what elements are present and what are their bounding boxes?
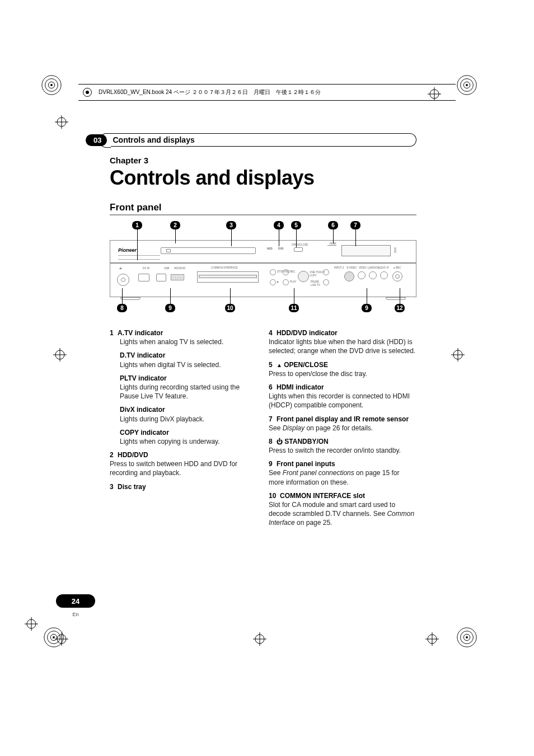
eject-icon: ▲ [277, 361, 282, 369]
chapter-title: Controls and displays [110, 166, 416, 190]
rec-button-large [392, 271, 402, 281]
openclose-button [294, 247, 303, 252]
book-header-text: DVRLX60D_WV_EN.book 24 ページ ２００７年３月２６日 月曜… [99, 88, 321, 96]
item-desc: Lights during recording started using th… [120, 383, 257, 401]
front-panel-diagram: 1 2 3 4 5 6 7 Pioneer HDD DVD OPEN/CLOSE… [110, 221, 416, 316]
display-window [341, 245, 391, 256]
callout-bottom: 9 [165, 304, 175, 312]
livetv-button [323, 279, 329, 285]
page-content: Chapter 3 Controls and displays Front pa… [110, 156, 416, 528]
disc-tray [161, 247, 256, 254]
item-heading: 2HDD/DVD [110, 450, 257, 459]
callout-bottom: 9 [362, 304, 372, 312]
item-subheading: COPY indicator [120, 428, 257, 437]
item-desc: Lights when copying is underway. [120, 437, 257, 446]
reg-cross [55, 115, 68, 129]
reg-cross [253, 632, 266, 646]
dv-in-port [138, 274, 149, 281]
item-heading: 7Front panel display and IR remote senso… [269, 415, 416, 424]
callout-top: 5 [291, 221, 301, 229]
callout-top: 2 [170, 221, 180, 229]
callout-bottom: 12 [395, 304, 405, 312]
item-heading: 5▲ OPEN/CLOSE [269, 360, 416, 369]
stop-button [270, 279, 276, 285]
book-header-icon [83, 88, 92, 97]
standby-button [117, 274, 129, 286]
callout-top: 3 [226, 221, 236, 229]
svg-point-3 [50, 84, 53, 86]
book-header: DVRLX60D_WV_EN.book 24 ページ ２００７年３月２６日 月曜… [78, 84, 456, 101]
item-desc: Indicator lights blue when the hard disk… [269, 337, 416, 355]
item-desc: Press to switch between HDD and DVD for … [110, 459, 257, 477]
section-header: 03 Controls and displays [86, 133, 416, 147]
rec-button [283, 269, 289, 275]
reg-cross [451, 348, 465, 361]
stoprec-button [270, 269, 276, 275]
item-desc: Lights during DivX playback. [120, 415, 257, 424]
pause-button [323, 269, 329, 275]
item-subheading: D.TV indicator [120, 351, 257, 360]
reg-mark-tl [40, 74, 63, 96]
panel-heading: Front panel [110, 202, 416, 215]
callout-bottom: 10 [225, 304, 235, 312]
item-heading: 6HDMI indicator [269, 383, 416, 392]
reg-cross [25, 617, 38, 631]
item-subheading: DivX indicator [120, 405, 257, 414]
item-heading: 8 STANDBY/ON [269, 437, 416, 446]
audio-r-jack [380, 271, 388, 279]
right-column: 4HDD/DVD indicator Indicator lights blue… [269, 324, 416, 528]
item-desc: Press to switch the recorder on/into sta… [269, 446, 416, 455]
reg-cross [55, 632, 68, 646]
callout-top: 4 [274, 221, 284, 229]
svg-point-7 [466, 84, 468, 86]
item-heading: 10COMMON INTERFACE slot [269, 491, 416, 500]
dvd-label: DVD [278, 247, 284, 250]
section-title: Controls and displays [113, 135, 194, 144]
svg-point-15 [466, 636, 468, 638]
video-jack [358, 271, 366, 279]
item-heading: 3Disc tray [110, 482, 257, 491]
svideo-jack [344, 271, 354, 281]
callout-bottom: 11 [289, 304, 299, 312]
item-heading: 4HDD/DVD indicator [269, 328, 416, 337]
reg-cross [53, 348, 67, 361]
section-number-badge: 03 [86, 134, 107, 146]
brand-logo: Pioneer [118, 247, 137, 253]
section-title-bracket: Controls and displays [105, 133, 416, 147]
item-desc: Slot for CA module and smart card used t… [269, 500, 416, 528]
item-desc: Lights when digital TV is selected. [120, 360, 257, 369]
openclose-label: OPEN/CLOSE [292, 243, 308, 246]
device-outline: Pioneer HDD DVD OPEN/CLOSE HDMI [110, 240, 416, 297]
callout-top: 6 [328, 221, 338, 229]
hdd-dvd-button [171, 274, 184, 280]
item-desc: See Front panel connections on page 15 f… [269, 468, 416, 486]
callout-top: 1 [132, 221, 142, 229]
usb-port [156, 274, 166, 281]
item-desc: Press to open/close the disc tray. [269, 369, 416, 378]
tray-notch [166, 249, 171, 252]
one-touch-copy [298, 271, 309, 282]
power-icon [277, 438, 283, 445]
reg-mark-tr [456, 74, 478, 96]
chapter-label: Chapter 3 [110, 156, 416, 165]
callout-top: 7 [350, 221, 360, 229]
item-heading: 1A.TV indicator [110, 328, 257, 337]
hdd-label: HDD [267, 247, 273, 250]
description-columns: 1A.TV indicator Lights when analog TV is… [110, 324, 416, 528]
item-heading: 9Front panel inputs [269, 459, 416, 468]
page-lang: En [56, 612, 95, 617]
item-desc: Lights when this recorder is connected t… [269, 392, 416, 410]
reg-cross [425, 632, 439, 646]
page-number-tab: 24 [56, 594, 95, 608]
audio-l-jack [369, 271, 377, 279]
item-desc: See Display on page 26 for details. [269, 424, 416, 433]
play-button [283, 279, 289, 285]
item-desc: Lights when analog TV is selected. [120, 337, 257, 346]
reg-mark-br [456, 626, 478, 649]
item-subheading: PLTV indicator [120, 374, 257, 383]
callout-bottom: 8 [117, 304, 127, 312]
left-column: 1A.TV indicator Lights when analog TV is… [110, 324, 257, 528]
